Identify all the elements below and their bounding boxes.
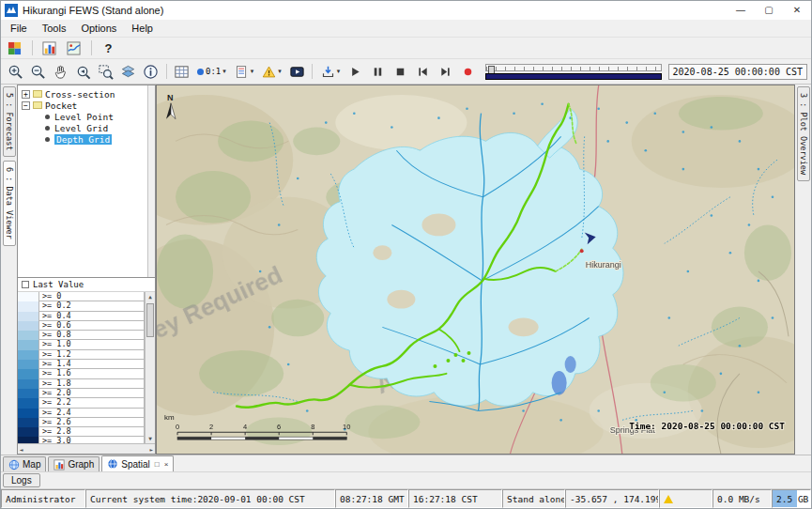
animation-icon[interactable] (286, 61, 308, 82)
legend-row[interactable]: >= 1.2 (18, 350, 145, 360)
info-icon[interactable] (140, 61, 161, 82)
export-combo[interactable]: ▾ (317, 61, 345, 82)
scroll-right-icon[interactable]: ► (149, 446, 153, 453)
tab-spatial[interactable]: Spatial □ × (101, 455, 174, 471)
zoom-out-icon[interactable] (27, 61, 49, 82)
scroll-up-icon[interactable]: ▲ (148, 292, 152, 301)
chevron-down-icon: ▾ (278, 68, 282, 75)
legend-color-swatch (18, 379, 38, 389)
point-ratio-combo[interactable]: 0:1 ▾ (193, 61, 230, 82)
legend-row[interactable]: >= 2.6 (18, 418, 145, 427)
time-slider-track[interactable] (485, 64, 661, 71)
legend-row[interactable]: >= 0.2 (18, 301, 145, 311)
zoom-previous-icon[interactable] (72, 61, 94, 82)
svg-text:6: 6 (277, 423, 281, 431)
menu-item[interactable]: Help (124, 23, 161, 34)
close-tab-icon[interactable]: × (162, 460, 169, 469)
legend-horizontal-scrollbar[interactable]: ◄ ► (18, 443, 155, 454)
map-viewport[interactable]: API Key Required API Key Required (156, 85, 795, 455)
menu-item[interactable]: Tools (35, 23, 74, 34)
legend-color-swatch (18, 340, 38, 349)
menu-item[interactable]: File (3, 23, 35, 34)
tab-map[interactable]: Map (3, 456, 46, 471)
legend-row[interactable]: >= 2.0 (18, 389, 145, 398)
step-forward-button[interactable] (435, 61, 456, 82)
tree-scrollbar[interactable] (147, 85, 155, 277)
point-marker-icon (197, 69, 204, 75)
legend-list: >= 0 >= 0.2 >= 0.4 >= 0.6 >= 0.8 (18, 292, 145, 443)
scroll-down-icon[interactable]: ▼ (148, 434, 152, 443)
legend-row[interactable]: >= 0.4 (18, 312, 145, 321)
svg-text:8: 8 (311, 423, 314, 431)
menu-item[interactable]: Options (73, 23, 124, 34)
close-button[interactable]: ✕ (783, 1, 811, 20)
legend-color-swatch (18, 427, 38, 437)
database-icon[interactable] (4, 38, 25, 58)
detach-tab-icon[interactable]: □ (153, 460, 160, 469)
tree-node-cross-section[interactable]: + Cross-section (18, 88, 155, 100)
tree-node-pocket[interactable]: − Pocket (18, 100, 155, 111)
minimize-button[interactable]: — (727, 1, 755, 20)
legend-row[interactable]: >= 1.0 (18, 340, 145, 349)
legend-row[interactable]: >= 2.4 (18, 409, 145, 418)
pause-button[interactable] (367, 61, 389, 82)
status-local-time: 16:27:18 CST (408, 489, 502, 508)
status-system-time: Current system time:2020-09-01 00:00 CST (85, 489, 335, 508)
legend-row[interactable]: >= 1.8 (18, 379, 145, 389)
status-memory-gauge: 2.5 GB (772, 489, 811, 508)
record-button[interactable] (457, 61, 479, 82)
scrollbar-thumb[interactable] (146, 303, 154, 337)
status-warning-cell (659, 489, 712, 508)
help-icon[interactable]: ? (98, 38, 119, 58)
legend-row[interactable]: >= 1.6 (18, 369, 145, 378)
tree-leaf-level-point[interactable]: Level Point (18, 111, 155, 122)
collapse-icon[interactable]: − (22, 101, 30, 110)
legend-color-swatch (18, 398, 38, 408)
expand-icon[interactable]: + (22, 90, 30, 99)
stop-button[interactable] (390, 61, 411, 82)
legend-color-swatch (18, 360, 38, 369)
zoom-extent-icon[interactable] (95, 61, 116, 82)
legend-row[interactable]: >= 2.2 (18, 398, 145, 408)
pan-hand-icon[interactable] (50, 61, 71, 82)
maximize-button[interactable]: ▢ (755, 1, 783, 20)
main-area: 5 : Forecast 6 : Data Viewer + Cross-sec… (1, 85, 811, 455)
legend-row[interactable]: >= 2.8 (18, 427, 145, 437)
step-back-button[interactable] (412, 61, 434, 82)
map-toolbar: 0:1 ▾ ▾ ▾ ▾ (1, 59, 811, 85)
legend-vertical-scrollbar[interactable]: ▲ ▼ (145, 292, 155, 443)
warnings-combo[interactable]: ▾ (258, 61, 285, 82)
status-gmt-time: 08:27:18 GMT (335, 489, 408, 508)
layers-icon[interactable] (117, 61, 139, 82)
warning-icon (664, 495, 673, 503)
tree-leaf-level-grid[interactable]: Level Grid (18, 122, 155, 133)
legend-row[interactable]: >= 0.6 (18, 321, 145, 331)
folder-icon (33, 90, 42, 98)
report-combo[interactable]: ▾ (231, 61, 258, 82)
toolbar-separator (87, 38, 95, 58)
time-slider[interactable] (485, 62, 661, 82)
legend-row[interactable]: >= 1.4 (18, 360, 145, 369)
grid-display-icon[interactable] (171, 61, 192, 82)
logs-button[interactable]: Logs (3, 473, 40, 487)
current-timestep-display: 2020-08-25 00:00:00 CST (668, 64, 807, 80)
map-display-icon[interactable] (63, 38, 84, 58)
tab-forecast[interactable]: 5 : Forecast (3, 86, 16, 157)
last-value-checkbox[interactable] (22, 281, 29, 288)
scroll-left-icon[interactable]: ◄ (20, 446, 23, 453)
svg-text:10: 10 (343, 423, 350, 431)
toolbar-separator (309, 61, 316, 82)
svg-text:4: 4 (243, 423, 247, 431)
legend-row[interactable]: >= 0.8 (18, 331, 145, 340)
chevron-down-icon: ▾ (337, 68, 341, 75)
tree-leaf-depth-grid[interactable]: Depth Grid (18, 133, 155, 145)
status-download-rate: 0.0 MB/s (712, 489, 772, 508)
folder-icon (33, 101, 42, 109)
chart-display-icon[interactable] (38, 38, 60, 58)
legend-row[interactable]: >= 0 (18, 292, 145, 301)
zoom-in-icon[interactable] (5, 61, 26, 82)
tab-data-viewer[interactable]: 6 : Data Viewer (3, 161, 16, 246)
tab-graph[interactable]: Graph (48, 456, 100, 471)
play-button[interactable] (345, 61, 366, 82)
tab-plot-overview[interactable]: 3 : Plot Overview (797, 86, 810, 181)
